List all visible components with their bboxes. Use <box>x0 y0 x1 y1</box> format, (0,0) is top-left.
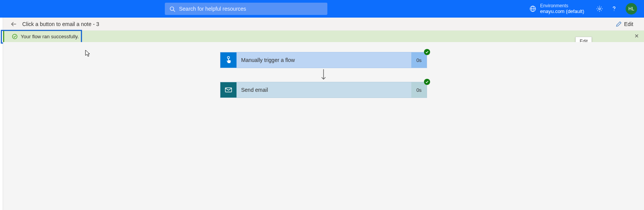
help-icon <box>611 5 618 12</box>
flow-column: Manually trigger a flow 0s Send email 0s <box>3 52 644 98</box>
back-button[interactable] <box>8 19 19 29</box>
flow-step-action[interactable]: Send email 0s <box>220 82 427 98</box>
back-arrow-icon <box>11 21 17 27</box>
success-banner: Your flow ran successfully. ✕ <box>3 31 644 42</box>
settings-button[interactable] <box>593 3 606 15</box>
step-success-badge <box>424 49 430 55</box>
arrow-down-icon <box>320 68 327 81</box>
dismiss-banner-button[interactable]: ✕ <box>633 33 640 39</box>
step-title: Send email <box>241 87 411 93</box>
flow-canvas: Manually trigger a flow 0s Send email 0s <box>3 42 644 210</box>
step-duration: 0s <box>411 52 427 68</box>
globe-icon <box>529 5 536 12</box>
touch-icon <box>224 56 233 64</box>
help-button[interactable] <box>608 3 620 15</box>
environments-label: Environments <box>540 3 584 8</box>
success-check-icon <box>12 34 18 39</box>
success-message: Your flow ran successfully. <box>21 34 79 39</box>
avatar[interactable]: HL <box>626 3 637 15</box>
pencil-icon <box>616 21 622 27</box>
environment-text: Environments enayu.com (default) <box>540 3 584 15</box>
svg-point-6 <box>614 10 614 11</box>
close-icon: ✕ <box>634 33 639 39</box>
search-placeholder: Search for helpful resources <box>179 6 246 12</box>
action-iconbox <box>220 82 237 98</box>
search-input[interactable]: Search for helpful resources <box>165 3 327 15</box>
top-app-bar: Search for helpful resources Environment… <box>0 0 644 18</box>
topbar-right: Environments enayu.com (default) HL <box>529 3 637 15</box>
flow-step-trigger[interactable]: Manually trigger a flow 0s <box>220 52 427 68</box>
check-icon <box>425 80 429 84</box>
svg-rect-11 <box>225 88 232 92</box>
left-rail-sliver <box>0 18 3 210</box>
environment-value: enayu.com (default) <box>540 8 584 15</box>
page-title: Click a button to email a note - 3 <box>22 21 99 27</box>
check-icon <box>425 50 429 54</box>
step-title: Manually trigger a flow <box>241 57 411 63</box>
search-icon <box>169 6 175 12</box>
svg-line-1 <box>173 10 175 11</box>
edit-label: Edit <box>624 21 633 27</box>
trigger-iconbox <box>220 52 237 68</box>
step-duration: 0s <box>411 82 427 98</box>
command-bar: Click a button to email a note - 3 Edit <box>3 18 644 31</box>
gear-icon <box>596 5 603 12</box>
step-success-badge <box>424 79 430 85</box>
mail-icon <box>224 86 233 94</box>
edit-button[interactable]: Edit <box>613 20 636 29</box>
environment-picker[interactable]: Environments enayu.com (default) <box>529 3 584 15</box>
flow-arrow <box>320 68 327 82</box>
avatar-initials: HL <box>628 6 634 11</box>
svg-point-5 <box>599 8 601 10</box>
